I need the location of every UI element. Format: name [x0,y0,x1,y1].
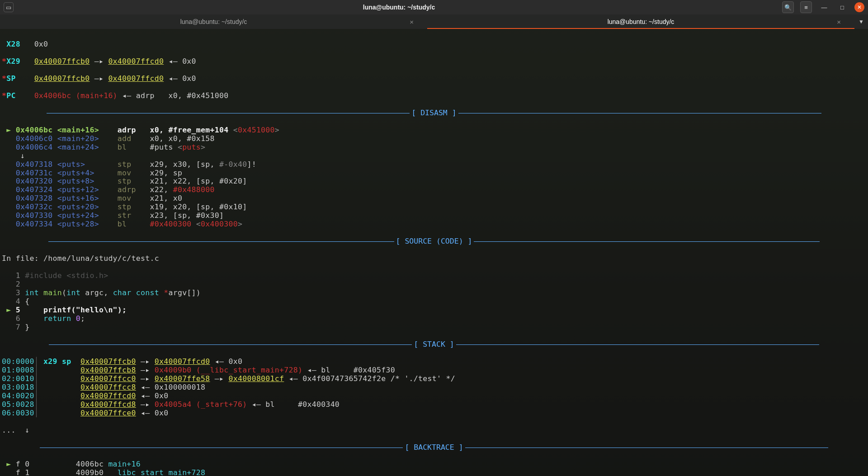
new-tab-icon[interactable]: ▭ [4,2,14,12]
source-line: 1 #include <stdio.h> [2,272,866,280]
disasm-row: 0x4006c4 <main+24> bl #puts <puts> [2,143,866,152]
tab-bar: luna@ubuntu: ~/study/c × luna@ubuntu: ~/… [0,14,868,29]
menu-icon[interactable]: ≡ [800,1,812,13]
source-line: 2 [2,280,866,289]
stack-row: 01:0008│ 0x40007ffcb8 —▸ 0x4009b0 (__lib… [2,366,866,375]
tab-label: luna@ubuntu: ~/study/c [180,18,247,25]
stack-row: 00:0000│ x29 sp 0x40007ffcb0 —▸ 0x40007f… [2,358,866,366]
search-icon[interactable]: 🔍 [782,1,794,13]
terminal-output[interactable]: X28 0x0 *X29 0x40007ffcb0 —▸ 0x40007ffcd… [0,29,868,476]
source-line: 4 { [2,297,866,306]
disasm-row: 0x407328 <puts+16> mov x21, x0 [2,194,866,203]
stack-row: 05:0028│ 0x40007ffcd8 —▸ 0x4005a4 (_star… [2,401,866,409]
disasm-row: 0x407330 <puts+24> str x23, [sp, #0x30] [2,212,866,220]
window-titlebar: ▭ luna@ubuntu: ~/study/c 🔍 ≡ — □ ✕ [0,0,868,14]
stack-row: 02:0010│ 0x40007ffcc0 —▸ 0x40007ffe58 —▸… [2,375,866,383]
tab-label: luna@ubuntu: ~/study/c [608,18,675,25]
stack-row: 03:0018│ 0x40007ffcc8 ◂— 0x100000018 [2,383,866,392]
disasm-row: 0x40732c <puts+20> stp x19, x20, [sp, #0… [2,203,866,212]
disasm-row: 0x407318 <puts> stp x29, x30, [sp, #-0x4… [2,160,866,169]
stack-row: 06:0030│ 0x40007ffce0 ◂— 0x0 [2,409,866,418]
stack-more: ... ↓ [2,426,866,435]
register-star: * [2,57,6,66]
close-button[interactable]: ✕ [854,2,864,12]
register-star: * [2,91,6,100]
disasm-row: 0x407324 <puts+12> adrp x22, #0x488000 [2,186,866,194]
disasm-row: ► 0x4006bc <main+16> adrp x0, #free_mem+… [2,126,866,135]
maximize-button[interactable]: □ [836,1,848,13]
register-name: X28 [2,40,20,48]
minimize-button[interactable]: — [818,1,830,13]
register-name: PC [6,91,15,100]
tab-2[interactable]: luna@ubuntu: ~/study/c × [427,14,854,29]
disasm-row: 0x4006c0 <main+20> add x0, x0, #0x158 [2,135,866,143]
section-divider-disasm: [ DISASM ] [2,109,866,118]
disasm-row: 0x407334 <puts+28> bl #0x400300 <0x40030… [2,220,866,229]
tab-dropdown-icon[interactable]: ▼ [854,14,868,29]
register-name: X29 [6,57,20,66]
addr: 0x4006bc [34,91,71,100]
section-divider-stack: [ STACK ] [2,340,866,349]
source-line: 7 } [2,323,866,332]
section-divider-backtrace: [ BACKTRACE ] [2,443,866,452]
register-star: * [2,74,6,83]
addr: 0x40007ffcd0 [108,57,164,66]
addr: 0x40007ffcb0 [34,57,90,66]
tab-1[interactable]: luna@ubuntu: ~/study/c × [0,14,427,29]
disasm-row: 0x407320 <puts+8> stp x21, x22, [sp, #0x… [2,177,866,186]
backtrace-row: ► f 0 4006bc main+16 [2,460,866,469]
source-line: 3 int main(int argc, char const *argv[]) [2,289,866,297]
source-line: 6 return 0; [2,315,866,323]
backtrace-row: f 1 4009b0 __libc_start_main+728 [2,469,866,476]
register-value: 0x0 [34,40,48,48]
register-name: SP [6,74,15,83]
window-title: luna@ubuntu: ~/study/c [16,4,782,11]
addr: 0x40007ffcd0 [108,74,164,83]
source-line: ► 5 printf("hello\n"); [2,306,866,315]
source-file-label: In file: [2,254,43,263]
tab-close-icon[interactable]: × [837,18,841,26]
disasm-row: ↓ [2,152,866,160]
tab-close-icon[interactable]: × [410,18,414,26]
source-file-path: /home/luna/study/c/test.c [43,254,159,263]
section-divider-source: [ SOURCE (CODE) ] [2,237,866,246]
stack-row: 04:0020│ 0x40007ffcd0 ◂— 0x0 [2,392,866,401]
disasm-row: 0x40731c <puts+4> mov x29, sp [2,169,866,178]
addr: 0x40007ffcb0 [34,74,90,83]
